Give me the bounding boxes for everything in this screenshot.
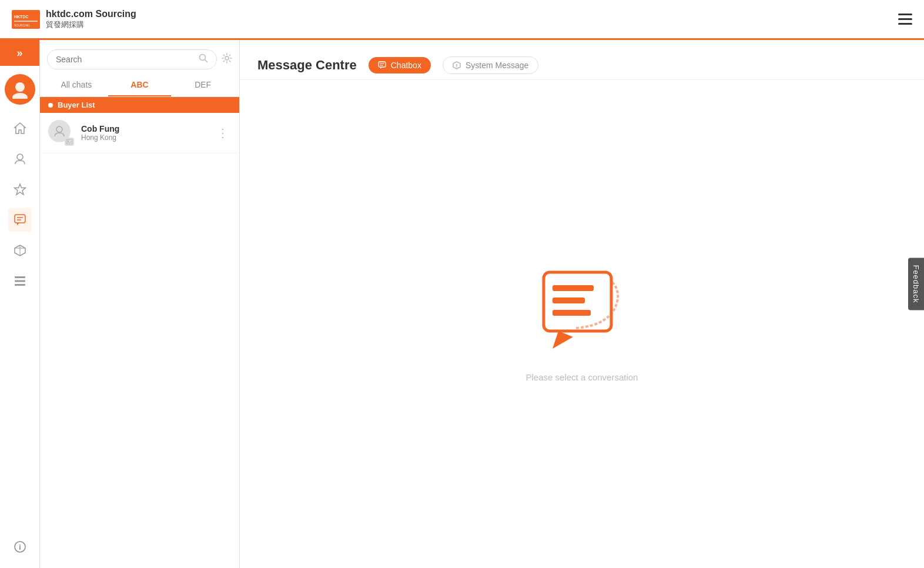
svg-point-7: [17, 154, 23, 160]
sidebar-item-home[interactable]: [8, 116, 32, 140]
search-icon: [199, 54, 208, 65]
empty-state-message: Please select a conversation: [526, 372, 638, 382]
user-avatar[interactable]: [5, 74, 35, 105]
search-input-wrap: [47, 49, 217, 69]
svg-point-22: [225, 56, 229, 60]
svg-rect-34: [553, 310, 591, 316]
home-icon: [14, 122, 26, 135]
star-icon: [14, 183, 26, 196]
svg-line-21: [205, 60, 208, 63]
svg-rect-16: [15, 280, 25, 282]
contact-badge: [65, 138, 74, 146]
person-icon: [53, 125, 66, 138]
toggle-icon: »: [16, 47, 22, 59]
tab-def[interactable]: DEF: [171, 74, 235, 96]
search-input[interactable]: [56, 55, 199, 64]
svg-rect-26: [379, 62, 386, 67]
contact-name: Cob Fung: [81, 124, 215, 133]
empty-conversation-area: Please select a conversation: [240, 80, 924, 568]
svg-rect-17: [15, 284, 25, 286]
contact-info: Cob Fung Hong Kong: [81, 124, 215, 142]
info-icon: i: [14, 541, 26, 553]
buyer-list-label: Buyer List: [40, 97, 239, 113]
tab-abc[interactable]: ABC: [108, 74, 172, 96]
svg-text:i: i: [19, 543, 21, 552]
svg-text:HKTDC: HKTDC: [14, 15, 29, 19]
buyer-dot: [48, 103, 53, 108]
sidebar-item-user[interactable]: [8, 147, 32, 171]
svg-text:SOURCING: SOURCING: [14, 24, 30, 27]
contact-more-button[interactable]: ⋮: [215, 123, 231, 142]
chatbox-icon: [378, 61, 386, 69]
tab-all-chats[interactable]: All chats: [45, 74, 108, 96]
svg-point-23: [56, 126, 62, 132]
site-name: hktdc.com Sourcing: [46, 9, 136, 19]
logo-area: HKTDC SOURCING hktdc.com Sourcing 貿發網採購: [12, 9, 136, 30]
system-message-icon: [453, 61, 461, 69]
logo-text: hktdc.com Sourcing 貿發網採購: [46, 9, 136, 30]
contact-location: Hong Kong: [81, 133, 215, 142]
sidebar-toggle-button[interactable]: »: [0, 40, 39, 66]
svg-rect-2: [14, 21, 38, 22]
user-icon: [14, 152, 26, 165]
box-icon: [14, 244, 26, 257]
hktdc-logo: HKTDC SOURCING: [12, 10, 40, 29]
svg-rect-15: [15, 276, 25, 278]
sidebar-item-star[interactable]: [8, 178, 32, 201]
page-header: Message Centre Chatbox System Message: [240, 40, 924, 80]
site-name-zh: 貿發網採購: [46, 19, 136, 30]
chat-icon: [14, 213, 26, 226]
svg-point-4: [15, 82, 25, 92]
top-header: HKTDC SOURCING hktdc.com Sourcing 貿發網採購: [0, 0, 924, 40]
settings-icon[interactable]: [222, 53, 232, 66]
badge-icon: [66, 139, 73, 145]
sidebar-item-box[interactable]: [8, 239, 32, 262]
sidebar-icons: »: [0, 40, 40, 568]
contact-item[interactable]: Cob Fung Hong Kong ⋮: [40, 113, 239, 153]
svg-marker-6: [15, 123, 25, 133]
svg-marker-8: [14, 184, 25, 195]
svg-point-20: [200, 55, 206, 61]
system-message-tab[interactable]: System Message: [443, 56, 538, 74]
chat-bubble-illustration: [535, 266, 629, 360]
search-area: [40, 40, 239, 74]
chat-panel: All chats ABC DEF Buyer List: [40, 40, 240, 568]
chat-tabs: All chats ABC DEF: [40, 74, 239, 97]
contact-avatar: [48, 120, 74, 146]
svg-rect-33: [553, 298, 585, 303]
info-button[interactable]: i: [8, 535, 32, 559]
svg-rect-32: [553, 285, 594, 291]
hamburger-menu[interactable]: [898, 14, 912, 25]
sidebar-item-list[interactable]: [8, 269, 32, 293]
feedback-tab[interactable]: Feedback: [908, 258, 924, 310]
page-title: Message Centre: [257, 58, 357, 73]
svg-point-5: [12, 93, 28, 99]
chatbox-tab[interactable]: Chatbox: [369, 57, 431, 73]
main-content: Message Centre Chatbox System Message: [240, 40, 924, 568]
sidebar-item-chat[interactable]: [8, 208, 32, 232]
list-icon: [14, 275, 26, 288]
main-layout: »: [0, 40, 924, 568]
avatar-icon: [11, 80, 29, 99]
svg-point-30: [456, 66, 457, 68]
svg-rect-9: [15, 215, 25, 223]
